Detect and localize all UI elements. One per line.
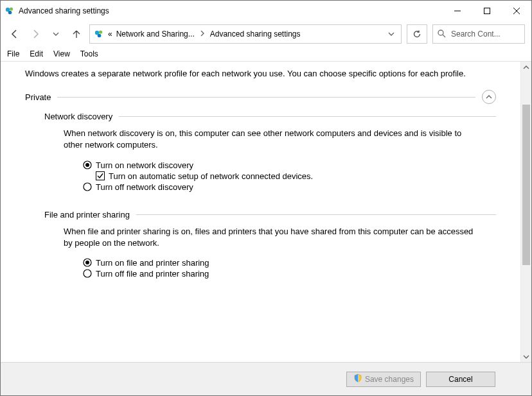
scroll-up-button[interactable] xyxy=(521,62,532,73)
subsection-network-discovery: Network discovery xyxy=(44,112,496,121)
checkbox-label: Turn on automatic setup of network conne… xyxy=(109,171,313,181)
svg-point-17 xyxy=(85,261,89,264)
save-changes-button[interactable]: Save changes xyxy=(346,372,421,387)
divider xyxy=(119,116,496,117)
file-printer-desc: When file and printer sharing is on, fil… xyxy=(64,226,477,249)
scroll-down-button[interactable] xyxy=(521,351,532,362)
radio-fps-off[interactable]: Turn off file and printer sharing xyxy=(83,269,496,279)
breadcrumb-prefix: « xyxy=(108,30,112,39)
radio-netdisc-off[interactable]: Turn off network discovery xyxy=(83,182,496,192)
chevron-right-icon[interactable] xyxy=(199,30,206,39)
section-private-header: Private xyxy=(25,90,496,104)
close-button[interactable] xyxy=(502,1,531,21)
footer: Save changes Cancel xyxy=(1,362,531,395)
svg-point-10 xyxy=(438,30,443,35)
divider xyxy=(57,97,475,98)
radio-label: Turn off file and printer sharing xyxy=(96,269,209,279)
titlebar: Advanced sharing settings xyxy=(1,1,531,21)
svg-point-9 xyxy=(98,34,102,38)
window: Advanced sharing settings xyxy=(0,0,532,396)
menu-bar: File Edit View Tools xyxy=(1,47,531,61)
network-discovery-desc: When network discovery is on, this compu… xyxy=(64,128,477,151)
radio-label: Turn on file and printer sharing xyxy=(96,258,209,268)
search-box[interactable] xyxy=(432,24,525,44)
svg-point-8 xyxy=(99,30,102,33)
svg-rect-4 xyxy=(484,8,490,14)
svg-point-15 xyxy=(84,183,91,191)
recent-locations-dropdown[interactable] xyxy=(48,26,64,42)
checkbox-icon xyxy=(96,171,105,180)
control-panel-icon xyxy=(94,29,104,39)
back-button[interactable] xyxy=(7,26,22,42)
address-bar: « Network and Sharing... Advanced sharin… xyxy=(1,21,531,47)
breadcrumb-segment-1[interactable]: Advanced sharing settings xyxy=(210,30,301,39)
page-intro: Windows creates a separate network profi… xyxy=(25,68,496,80)
up-button[interactable] xyxy=(69,26,84,42)
radio-label: Turn on network discovery xyxy=(96,160,193,170)
svg-point-18 xyxy=(84,270,91,277)
radio-label: Turn off network discovery xyxy=(96,182,193,192)
radio-icon xyxy=(83,160,92,169)
save-button-label: Save changes xyxy=(365,375,414,384)
radio-icon xyxy=(83,269,92,278)
shield-icon xyxy=(353,374,362,384)
menu-view[interactable]: View xyxy=(53,49,70,58)
radio-icon xyxy=(83,182,92,191)
vertical-scrollbar[interactable] xyxy=(520,62,531,362)
window-title: Advanced sharing settings xyxy=(19,6,109,15)
radio-netdisc-on[interactable]: Turn on network discovery xyxy=(83,160,496,170)
forward-button[interactable] xyxy=(28,26,43,42)
collapse-private-button[interactable] xyxy=(482,90,496,104)
control-panel-icon xyxy=(4,6,15,16)
svg-line-11 xyxy=(443,35,445,37)
radio-icon xyxy=(83,258,92,267)
breadcrumb-segment-0[interactable]: Network and Sharing... xyxy=(116,30,195,39)
refresh-button[interactable] xyxy=(407,24,427,44)
checkbox-auto-setup[interactable]: Turn on automatic setup of network conne… xyxy=(96,171,496,181)
file-printer-heading: File and printer sharing xyxy=(44,210,130,220)
network-discovery-heading: Network discovery xyxy=(44,112,112,121)
scroll-thumb[interactable] xyxy=(522,105,530,265)
search-input[interactable] xyxy=(450,29,520,39)
content: Windows creates a separate network profi… xyxy=(1,62,520,362)
menu-edit[interactable]: Edit xyxy=(30,49,43,58)
minimize-button[interactable] xyxy=(443,1,472,21)
svg-rect-14 xyxy=(96,172,105,180)
titlebar-left: Advanced sharing settings xyxy=(4,6,109,16)
cancel-button-label: Cancel xyxy=(448,375,472,384)
subsection-file-printer-sharing: File and printer sharing xyxy=(44,210,496,220)
divider xyxy=(136,214,496,215)
search-icon xyxy=(437,29,446,40)
network-discovery-options: Turn on network discovery Turn on automa… xyxy=(83,160,496,192)
svg-point-1 xyxy=(10,7,13,10)
address-dropdown[interactable] xyxy=(386,31,397,37)
window-controls xyxy=(443,1,531,21)
menu-file[interactable]: File xyxy=(7,49,19,58)
scroll-track[interactable] xyxy=(521,73,531,351)
maximize-button[interactable] xyxy=(472,1,502,21)
cancel-button[interactable]: Cancel xyxy=(426,372,495,387)
menu-tools[interactable]: Tools xyxy=(80,49,98,58)
file-printer-options: Turn on file and printer sharing Turn of… xyxy=(83,258,496,279)
content-wrap: Windows creates a separate network profi… xyxy=(1,61,531,362)
radio-fps-on[interactable]: Turn on file and printer sharing xyxy=(83,258,496,268)
address-box[interactable]: « Network and Sharing... Advanced sharin… xyxy=(89,24,402,44)
svg-point-13 xyxy=(85,163,89,167)
section-private-title: Private xyxy=(25,92,51,102)
svg-point-2 xyxy=(8,11,12,15)
